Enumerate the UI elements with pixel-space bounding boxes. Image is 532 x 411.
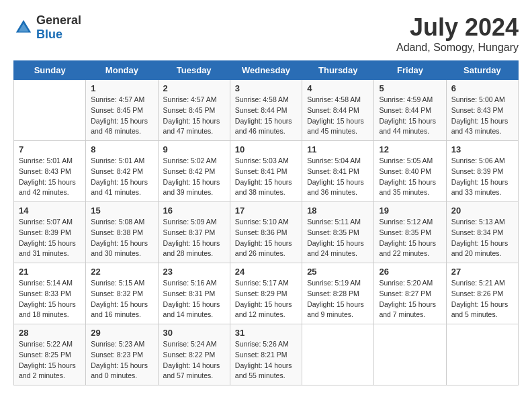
calendar-cell: 2Sunrise: 4:57 AM Sunset: 8:45 PM Daylig… — [158, 80, 230, 141]
day-number: 18 — [307, 205, 369, 216]
day-info: Sunrise: 4:57 AM Sunset: 8:45 PM Dayligh… — [91, 95, 152, 137]
day-number: 27 — [451, 267, 513, 277]
week-row-3: 14Sunrise: 5:07 AM Sunset: 8:39 PM Dayli… — [14, 202, 519, 263]
day-info: Sunrise: 4:59 AM Sunset: 8:44 PM Dayligh… — [379, 95, 441, 137]
day-info: Sunrise: 5:10 AM Sunset: 8:36 PM Dayligh… — [235, 217, 297, 259]
calendar-cell — [374, 324, 446, 385]
day-number: 23 — [163, 267, 225, 277]
day-number: 29 — [91, 328, 152, 338]
day-number: 19 — [379, 205, 441, 216]
header-monday: Monday — [86, 61, 158, 80]
day-info: Sunrise: 5:09 AM Sunset: 8:37 PM Dayligh… — [163, 217, 225, 259]
logo-text: General Blue — [36, 13, 81, 42]
day-number: 3 — [235, 83, 297, 93]
day-number: 30 — [163, 328, 225, 338]
calendar-cell: 3Sunrise: 4:58 AM Sunset: 8:44 PM Daylig… — [230, 80, 302, 141]
day-info: Sunrise: 5:06 AM Sunset: 8:39 PM Dayligh… — [451, 156, 513, 198]
day-number: 1 — [91, 83, 152, 93]
week-row-4: 21Sunrise: 5:14 AM Sunset: 8:33 PM Dayli… — [14, 263, 519, 324]
day-info: Sunrise: 4:58 AM Sunset: 8:44 PM Dayligh… — [235, 95, 297, 137]
day-number: 31 — [235, 328, 297, 338]
header-wednesday: Wednesday — [230, 61, 302, 80]
day-number: 16 — [163, 205, 225, 216]
day-info: Sunrise: 5:01 AM Sunset: 8:42 PM Dayligh… — [91, 156, 152, 198]
calendar-cell: 29Sunrise: 5:23 AM Sunset: 8:23 PM Dayli… — [86, 324, 158, 385]
week-row-2: 7Sunrise: 5:01 AM Sunset: 8:43 PM Daylig… — [14, 141, 519, 202]
calendar-table: SundayMondayTuesdayWednesdayThursdayFrid… — [13, 60, 519, 385]
calendar-cell: 19Sunrise: 5:12 AM Sunset: 8:35 PM Dayli… — [374, 202, 446, 263]
calendar-cell — [446, 324, 518, 385]
calendar-cell: 22Sunrise: 5:15 AM Sunset: 8:32 PM Dayli… — [86, 263, 158, 324]
calendar-cell: 6Sunrise: 5:00 AM Sunset: 8:43 PM Daylig… — [446, 80, 518, 141]
calendar-cell: 12Sunrise: 5:05 AM Sunset: 8:40 PM Dayli… — [374, 141, 446, 202]
day-info: Sunrise: 5:03 AM Sunset: 8:41 PM Dayligh… — [235, 156, 297, 198]
day-number: 7 — [19, 144, 81, 154]
day-number: 5 — [379, 83, 441, 93]
day-number: 15 — [91, 205, 152, 216]
header-saturday: Saturday — [446, 61, 518, 80]
day-number: 25 — [307, 267, 369, 277]
day-info: Sunrise: 4:57 AM Sunset: 8:45 PM Dayligh… — [163, 95, 225, 137]
day-info: Sunrise: 5:23 AM Sunset: 8:23 PM Dayligh… — [91, 339, 152, 381]
calendar-cell: 24Sunrise: 5:17 AM Sunset: 8:29 PM Dayli… — [230, 263, 302, 324]
day-info: Sunrise: 5:21 AM Sunset: 8:26 PM Dayligh… — [451, 278, 513, 320]
calendar-cell: 8Sunrise: 5:01 AM Sunset: 8:42 PM Daylig… — [86, 141, 158, 202]
header-tuesday: Tuesday — [158, 61, 230, 80]
day-number: 10 — [235, 144, 297, 154]
logo-general: General — [36, 13, 81, 27]
subtitle: Adand, Somogy, Hungary — [396, 42, 519, 54]
calendar-cell: 5Sunrise: 4:59 AM Sunset: 8:44 PM Daylig… — [374, 80, 446, 141]
header-friday: Friday — [374, 61, 446, 80]
day-info: Sunrise: 5:11 AM Sunset: 8:35 PM Dayligh… — [307, 217, 369, 259]
day-info: Sunrise: 5:04 AM Sunset: 8:41 PM Dayligh… — [307, 156, 369, 198]
calendar-cell: 4Sunrise: 4:58 AM Sunset: 8:44 PM Daylig… — [302, 80, 374, 141]
day-info: Sunrise: 5:08 AM Sunset: 8:38 PM Dayligh… — [91, 217, 152, 259]
calendar-cell: 18Sunrise: 5:11 AM Sunset: 8:35 PM Dayli… — [302, 202, 374, 263]
day-number: 20 — [451, 205, 513, 216]
calendar-cell: 20Sunrise: 5:13 AM Sunset: 8:34 PM Dayli… — [446, 202, 518, 263]
calendar-cell: 17Sunrise: 5:10 AM Sunset: 8:36 PM Dayli… — [230, 202, 302, 263]
main-title: July 2024 — [396, 13, 519, 42]
calendar-cell: 25Sunrise: 5:19 AM Sunset: 8:28 PM Dayli… — [302, 263, 374, 324]
day-number: 28 — [19, 328, 81, 338]
day-number: 21 — [19, 267, 81, 277]
day-info: Sunrise: 5:19 AM Sunset: 8:28 PM Dayligh… — [307, 278, 369, 320]
logo: General Blue — [13, 13, 81, 42]
day-info: Sunrise: 5:07 AM Sunset: 8:39 PM Dayligh… — [19, 217, 81, 259]
calendar-cell: 23Sunrise: 5:16 AM Sunset: 8:31 PM Dayli… — [158, 263, 230, 324]
day-info: Sunrise: 5:16 AM Sunset: 8:31 PM Dayligh… — [163, 278, 225, 320]
calendar-cell: 21Sunrise: 5:14 AM Sunset: 8:33 PM Dayli… — [14, 263, 86, 324]
calendar-cell: 15Sunrise: 5:08 AM Sunset: 8:38 PM Dayli… — [86, 202, 158, 263]
day-info: Sunrise: 5:00 AM Sunset: 8:43 PM Dayligh… — [451, 95, 513, 137]
day-info: Sunrise: 5:26 AM Sunset: 8:21 PM Dayligh… — [235, 339, 297, 381]
week-row-5: 28Sunrise: 5:22 AM Sunset: 8:25 PM Dayli… — [14, 324, 519, 385]
title-section: July 2024 Adand, Somogy, Hungary — [396, 13, 519, 54]
day-info: Sunrise: 5:14 AM Sunset: 8:33 PM Dayligh… — [19, 278, 81, 320]
calendar-cell: 28Sunrise: 5:22 AM Sunset: 8:25 PM Dayli… — [14, 324, 86, 385]
day-info: Sunrise: 4:58 AM Sunset: 8:44 PM Dayligh… — [307, 95, 369, 137]
calendar-cell: 9Sunrise: 5:02 AM Sunset: 8:42 PM Daylig… — [158, 141, 230, 202]
calendar-cell — [302, 324, 374, 385]
day-number: 26 — [379, 267, 441, 277]
logo-blue: Blue — [36, 28, 62, 41]
day-number: 24 — [235, 267, 297, 277]
calendar-cell: 30Sunrise: 5:24 AM Sunset: 8:22 PM Dayli… — [158, 324, 230, 385]
calendar-cell: 10Sunrise: 5:03 AM Sunset: 8:41 PM Dayli… — [230, 141, 302, 202]
day-number: 12 — [379, 144, 441, 154]
calendar-header-row: SundayMondayTuesdayWednesdayThursdayFrid… — [14, 61, 519, 80]
day-number: 4 — [307, 83, 369, 93]
week-row-1: 1Sunrise: 4:57 AM Sunset: 8:45 PM Daylig… — [14, 80, 519, 141]
day-info: Sunrise: 5:24 AM Sunset: 8:22 PM Dayligh… — [163, 339, 225, 381]
header-sunday: Sunday — [14, 61, 86, 80]
day-number: 9 — [163, 144, 225, 154]
logo-icon — [13, 17, 34, 38]
calendar-cell: 11Sunrise: 5:04 AM Sunset: 8:41 PM Dayli… — [302, 141, 374, 202]
day-info: Sunrise: 5:01 AM Sunset: 8:43 PM Dayligh… — [19, 156, 81, 198]
calendar-cell: 1Sunrise: 4:57 AM Sunset: 8:45 PM Daylig… — [86, 80, 158, 141]
day-info: Sunrise: 5:15 AM Sunset: 8:32 PM Dayligh… — [91, 278, 152, 320]
calendar-cell: 26Sunrise: 5:20 AM Sunset: 8:27 PM Dayli… — [374, 263, 446, 324]
header-thursday: Thursday — [302, 61, 374, 80]
calendar-cell: 27Sunrise: 5:21 AM Sunset: 8:26 PM Dayli… — [446, 263, 518, 324]
day-info: Sunrise: 5:02 AM Sunset: 8:42 PM Dayligh… — [163, 156, 225, 198]
day-number: 17 — [235, 205, 297, 216]
